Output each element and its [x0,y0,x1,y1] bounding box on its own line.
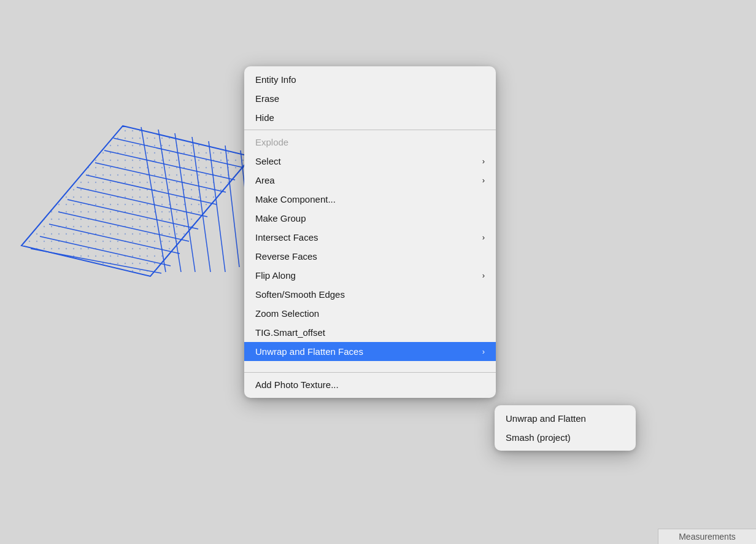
menu-item-make-group[interactable]: Make Group [244,209,496,228]
menu-item-add-photo-texture[interactable]: Add Photo Texture... [244,375,496,394]
menu-item-tig-smart-offset[interactable]: TIG.Smart_offset [244,323,496,342]
menu-item-label-tig-smart-offset: TIG.Smart_offset [255,327,325,338]
menu-item-soften-smooth[interactable]: Soften/Smooth Edges [244,285,496,304]
submenu-item-unwrap-flatten-sub[interactable]: Unwrap and Flatten [495,409,636,428]
chevron-icon-area: › [482,176,485,185]
menu-item-erase[interactable]: Erase [244,89,496,108]
menu-item-label-reverse-faces: Reverse Faces [255,251,317,262]
menu-item-make-component[interactable]: Make Component... [244,190,496,209]
grid-shape [18,120,258,286]
menu-item-label-make-group: Make Group [255,213,306,223]
menu-item-label-intersect-faces: Intersect Faces [255,232,318,243]
menu-item-label-soften-smooth: Soften/Smooth Edges [255,289,345,300]
menu-item-select[interactable]: Select› [244,152,496,171]
measurements-label: Measurements [679,532,736,542]
menu-item-label-add-photo-texture: Add Photo Texture... [255,379,339,390]
chevron-icon-flip-along: › [482,271,485,280]
measurements-bar: Measurements [658,529,756,544]
submenu: Unwrap and FlattenSmash (project) [495,405,636,451]
menu-item-label-select: Select [255,156,281,166]
menu-item-entity-info[interactable]: Entity Info [244,70,496,89]
menu-item-label-area: Area [255,175,275,185]
menu-item-explode: Explode [244,133,496,152]
menu-item-area[interactable]: Area› [244,171,496,190]
menu-separator [244,372,496,373]
menu-item-separator2[interactable] [244,361,496,370]
menu-item-label-explode: Explode [255,137,288,147]
menu-item-label-zoom-selection: Zoom Selection [255,308,319,319]
menu-item-unwrap-flatten[interactable]: Unwrap and Flatten Faces› [244,342,496,361]
menu-item-label-flip-along: Flip Along [255,270,296,281]
menu-item-label-unwrap-flatten: Unwrap and Flatten Faces [255,346,363,357]
menu-item-label-make-component: Make Component... [255,194,336,204]
menu-item-hide[interactable]: Hide [244,108,496,127]
menu-item-label-hide: Hide [255,112,274,123]
menu-item-zoom-selection[interactable]: Zoom Selection [244,304,496,323]
chevron-icon-select: › [482,157,485,166]
submenu-item-smash-project[interactable]: Smash (project) [495,428,636,447]
menu-item-reverse-faces[interactable]: Reverse Faces [244,247,496,266]
menu-item-intersect-faces[interactable]: Intersect Faces› [244,228,496,247]
chevron-icon-unwrap-flatten: › [482,347,485,356]
menu-item-flip-along[interactable]: Flip Along› [244,266,496,285]
menu-separator [244,130,496,130]
chevron-icon-intersect-faces: › [482,233,485,242]
context-menu: Entity InfoEraseHideExplodeSelect›Area›M… [244,66,496,398]
svg-rect-20 [18,120,258,286]
menu-item-label-entity-info: Entity Info [255,74,296,85]
menu-item-label-erase: Erase [255,93,279,104]
